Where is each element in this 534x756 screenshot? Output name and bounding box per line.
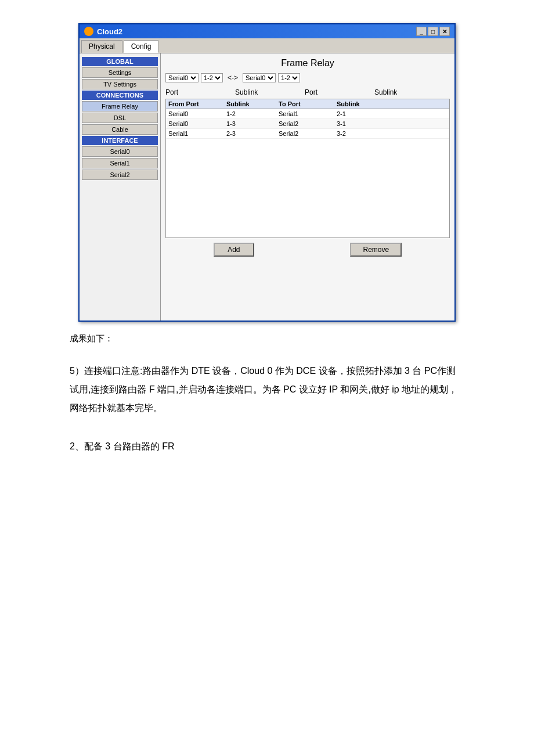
remove-button[interactable]: Remove — [350, 243, 402, 257]
titlebar-left: Cloud2 — [84, 27, 122, 36]
right-sublink-select[interactable]: 1-2 1-3 2-3 — [278, 73, 300, 82]
table-row[interactable]: Serial0 1-3 Serial2 3-1 — [166, 119, 449, 129]
window-title: Cloud2 — [97, 27, 122, 36]
td-sublink-right-1: 2-1 — [337, 110, 389, 117]
table-row[interactable]: Serial0 1-2 Serial1 2-1 — [166, 109, 449, 119]
content-area: Frame Relay Serial0 Serial1 Serial2 1-2 … — [161, 53, 454, 321]
sidebar-item-serial0[interactable]: Serial0 — [82, 146, 158, 157]
sidebar-section-global: GLOBAL — [82, 57, 158, 66]
td-sublink-left-2: 1-3 — [226, 120, 279, 127]
sublink-label-left: Sublink — [235, 88, 305, 96]
sidebar-item-frame-relay[interactable]: Frame Relay — [82, 101, 158, 111]
port-label-right: Port — [305, 88, 374, 96]
frame-relay-title: Frame Relay — [165, 58, 450, 69]
tab-physical[interactable]: Physical — [81, 40, 122, 53]
td-from-port-2: Serial0 — [168, 120, 226, 127]
td-from-port-3: Serial1 — [168, 130, 226, 137]
sidebar-section-interface: INTERFACE — [82, 136, 158, 145]
arrow-label: <-> — [225, 74, 240, 82]
button-row: Add Remove — [165, 243, 450, 257]
window-body: GLOBAL Settings TV Settings CONNECTIONS … — [80, 53, 454, 321]
port-selector-row: Serial0 Serial1 Serial2 1-2 1-3 2-3 <-> … — [165, 73, 450, 82]
sidebar-item-dsl[interactable]: DSL — [82, 113, 158, 123]
app-icon — [84, 27, 93, 36]
minimize-button[interactable]: _ — [416, 27, 427, 36]
th-to-port: To Port — [279, 100, 337, 107]
left-port-select[interactable]: Serial0 Serial1 Serial2 — [165, 73, 199, 82]
td-sublink-left-1: 1-2 — [226, 110, 279, 117]
sidebar-item-cable[interactable]: Cable — [82, 124, 158, 135]
table-header: From Port Sublink To Port Sublink — [166, 99, 449, 109]
sidebar-item-tv-settings[interactable]: TV Settings — [82, 79, 158, 89]
result-label: 成果如下： — [70, 333, 499, 344]
table-row[interactable]: Serial1 2-3 Serial2 3-2 — [166, 129, 449, 139]
close-button[interactable]: ✕ — [439, 27, 450, 36]
titlebar: Cloud2 _ □ ✕ — [80, 24, 454, 38]
td-sublink-right-2: 3-1 — [337, 120, 389, 127]
sublink-label-right: Sublink — [374, 88, 444, 96]
sidebar: GLOBAL Settings TV Settings CONNECTIONS … — [80, 53, 161, 321]
add-button[interactable]: Add — [214, 243, 254, 257]
th-sublink-right: Sublink — [337, 100, 389, 107]
port-label-left: Port — [165, 88, 235, 96]
th-from-port: From Port — [168, 100, 226, 107]
sidebar-item-settings[interactable]: Settings — [82, 67, 158, 78]
td-from-port-1: Serial0 — [168, 110, 226, 117]
td-to-port-2: Serial2 — [279, 120, 337, 127]
page-container: Cloud2 _ □ ✕ Physical Config GLOBAL Sett… — [12, 12, 522, 465]
tab-config[interactable]: Config — [124, 40, 159, 53]
titlebar-controls: _ □ ✕ — [416, 27, 450, 36]
heading2: 2、配备 3 台路由器的 FR — [70, 441, 499, 453]
td-sublink-left-3: 2-3 — [226, 130, 279, 137]
paragraph1: 5）连接端口注意:路由器作为 DTE 设备，Cloud 0 作为 DCE 设备，… — [70, 362, 464, 417]
port-header-row: Port Sublink Port Sublink — [165, 87, 450, 98]
td-sublink-right-3: 3-2 — [337, 130, 389, 137]
sidebar-item-serial1[interactable]: Serial1 — [82, 158, 158, 168]
td-to-port-1: Serial1 — [279, 110, 337, 117]
td-to-port-3: Serial2 — [279, 130, 337, 137]
tab-bar: Physical Config — [80, 38, 454, 53]
cloud2-window: Cloud2 _ □ ✕ Physical Config GLOBAL Sett… — [78, 23, 456, 322]
sidebar-item-serial2[interactable]: Serial2 — [82, 170, 158, 180]
right-port-select[interactable]: Serial0 Serial1 Serial2 — [243, 73, 276, 82]
th-sublink-left: Sublink — [226, 100, 279, 107]
sidebar-section-connections: CONNECTIONS — [82, 91, 158, 100]
connection-table: From Port Sublink To Port Sublink Serial… — [165, 99, 450, 238]
restore-button[interactable]: □ — [428, 27, 438, 36]
left-sublink-select[interactable]: 1-2 1-3 2-3 — [201, 73, 223, 82]
